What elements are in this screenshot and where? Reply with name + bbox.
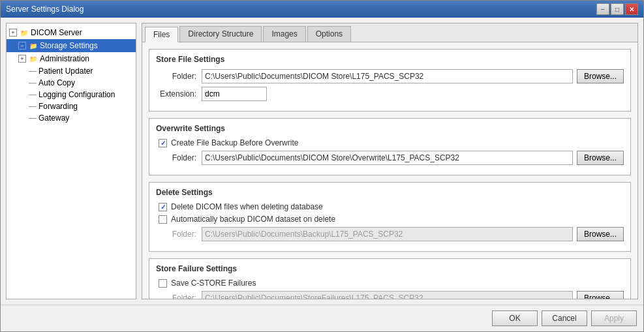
delete-checkbox2-label: Automatically backup DICOM dataset on de… xyxy=(171,215,335,224)
tab-files[interactable]: Files xyxy=(145,27,178,42)
delete-folder-browse-button[interactable]: Browse... xyxy=(577,227,624,241)
sidebar-item-dicom-server[interactable]: + 📁 DICOM Server xyxy=(7,26,136,39)
apply-button[interactable]: Apply xyxy=(591,310,637,326)
tab-content-files: Store File Settings Folder: Browse... Ex… xyxy=(142,42,637,299)
section-overwrite-settings: Overwrite Settings Create File Backup Be… xyxy=(149,118,631,175)
sidebar-tree: + 📁 DICOM Server − 📁 Storage Settings + … xyxy=(6,23,136,299)
expand-icon-storage-settings[interactable]: − xyxy=(18,42,26,50)
store-extension-input[interactable] xyxy=(202,87,267,101)
sidebar-label-forwarding: Forwarding xyxy=(38,102,78,111)
store-failure-folder-input[interactable] xyxy=(202,291,573,299)
sidebar-item-storage-settings[interactable]: − 📁 Storage Settings xyxy=(7,39,136,52)
overwrite-folder-browse-button[interactable]: Browse... xyxy=(577,151,624,165)
dialog-footer: OK Cancel Apply xyxy=(1,305,643,331)
sidebar-label-patient-updater: Patient Updater xyxy=(38,67,93,76)
ok-button[interactable]: OK xyxy=(492,310,538,326)
overwrite-settings-title: Overwrite Settings xyxy=(156,124,624,133)
title-bar: Server Settings Dialog − □ ✕ xyxy=(1,1,643,18)
title-bar-buttons: − □ ✕ xyxy=(596,3,638,15)
cancel-button[interactable]: Cancel xyxy=(542,310,587,326)
store-extension-row: Extension: xyxy=(156,87,624,101)
store-failure-checkbox-label: Save C-STORE Failures xyxy=(171,279,256,288)
delete-checkbox1[interactable] xyxy=(159,203,167,211)
store-folder-input[interactable] xyxy=(202,69,573,83)
section-store-file-settings: Store File Settings Folder: Browse... Ex… xyxy=(149,49,631,112)
overwrite-folder-label: Folder: xyxy=(156,153,202,162)
tab-options[interactable]: Options xyxy=(307,26,351,42)
store-extension-label: Extension: xyxy=(156,89,202,98)
sidebar-item-patient-updater[interactable]: — Patient Updater xyxy=(7,65,136,77)
store-failure-checkbox-row: Save C-STORE Failures xyxy=(156,279,624,288)
delete-settings-title: Delete Settings xyxy=(156,188,624,197)
sidebar-item-forwarding[interactable]: — Forwarding xyxy=(7,100,136,112)
expand-icon-administration[interactable]: + xyxy=(18,55,26,63)
store-file-settings-title: Store File Settings xyxy=(156,55,624,64)
tab-images[interactable]: Images xyxy=(263,26,305,42)
store-failure-folder-browse-button[interactable]: Browse... xyxy=(577,291,624,299)
sidebar-label-administration: Administration xyxy=(40,54,89,63)
tab-directory-structure[interactable]: Directory Structure xyxy=(179,26,262,42)
server-settings-dialog: Server Settings Dialog − □ ✕ + 📁 DICOM S… xyxy=(0,0,644,332)
main-panel: Files Directory Structure Images Options… xyxy=(142,23,638,299)
sidebar-label-dicom-server: DICOM Server xyxy=(31,28,82,37)
folder-icon-dicom-server: 📁 xyxy=(19,27,29,38)
delete-checkbox2[interactable] xyxy=(159,215,167,224)
store-failure-settings-title: Store Failure Settings xyxy=(156,264,624,273)
delete-folder-label: Folder: xyxy=(156,230,202,239)
minimize-button[interactable]: − xyxy=(596,3,609,15)
delete-folder-input[interactable] xyxy=(202,227,573,241)
sidebar-item-logging-configuration[interactable]: — Logging Configuration xyxy=(7,89,136,100)
delete-checkbox2-row: Automatically backup DICOM dataset on de… xyxy=(156,215,624,224)
tab-bar: Files Directory Structure Images Options xyxy=(142,23,637,42)
overwrite-checkbox[interactable] xyxy=(159,139,167,147)
delete-checkbox1-row: Delete DICOM files when deleting databas… xyxy=(156,202,624,211)
dialog-title: Server Settings Dialog xyxy=(6,5,84,14)
overwrite-folder-row: Folder: Browse... xyxy=(156,151,624,165)
section-store-failure-settings: Store Failure Settings Save C-STORE Fail… xyxy=(149,258,631,299)
store-folder-row: Folder: Browse... xyxy=(156,69,624,83)
folder-icon-storage-settings: 📁 xyxy=(28,40,38,51)
overwrite-folder-input[interactable] xyxy=(202,151,573,165)
dialog-content: + 📁 DICOM Server − 📁 Storage Settings + … xyxy=(1,18,643,305)
maximize-button[interactable]: □ xyxy=(611,3,624,15)
overwrite-checkbox-label: Create File Backup Before Overwrite xyxy=(171,138,298,147)
sidebar-label-auto-copy: Auto Copy xyxy=(38,78,75,87)
expand-icon-dicom-server[interactable]: + xyxy=(9,29,17,37)
sidebar-label-logging-configuration: Logging Configuration xyxy=(38,90,115,99)
delete-folder-row: Folder: Browse... xyxy=(156,227,624,241)
sidebar-label-storage-settings: Storage Settings xyxy=(40,41,98,50)
store-failure-checkbox[interactable] xyxy=(159,279,167,288)
delete-checkbox1-label: Delete DICOM files when deleting databas… xyxy=(171,202,323,211)
folder-icon-administration: 📁 xyxy=(28,53,38,64)
overwrite-checkbox-row: Create File Backup Before Overwrite xyxy=(156,138,624,147)
close-button[interactable]: ✕ xyxy=(625,3,638,15)
store-folder-browse-button[interactable]: Browse... xyxy=(577,69,624,83)
store-failure-folder-row: Folder: Browse... xyxy=(156,291,624,299)
store-folder-label: Folder: xyxy=(156,72,202,81)
section-delete-settings: Delete Settings Delete DICOM files when … xyxy=(149,182,631,252)
sidebar-item-auto-copy[interactable]: — Auto Copy xyxy=(7,77,136,89)
sidebar-label-gateway: Gateway xyxy=(38,113,69,123)
sidebar-item-administration[interactable]: + 📁 Administration xyxy=(7,52,136,65)
sidebar-item-gateway[interactable]: — Gateway xyxy=(7,112,136,124)
store-failure-folder-label: Folder: xyxy=(156,294,202,299)
